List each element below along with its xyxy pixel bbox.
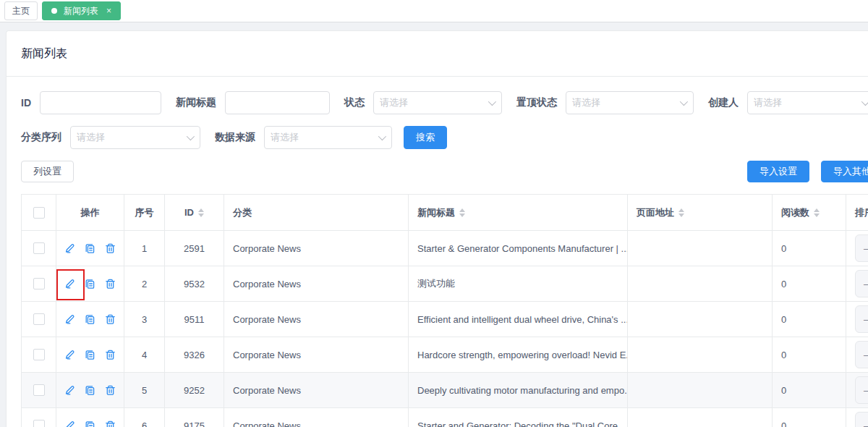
title-cell: Efficient and intelligent dual wheel dri… [409, 302, 628, 337]
url-cell [628, 373, 773, 408]
tab-home[interactable]: 主页 [4, 1, 38, 20]
sort-input[interactable]: — [855, 305, 868, 333]
sort-input[interactable]: — [855, 270, 868, 297]
pinned-status-filter: 置顶状态 请选择 [516, 91, 694, 114]
table-row: 2 9532 Corporate News 测试功能 0 — [22, 266, 868, 302]
data-source-select[interactable]: 请选择 [264, 126, 392, 149]
sort-dash: — [864, 385, 868, 396]
row-checkbox[interactable] [33, 242, 45, 254]
chevron-down-icon [861, 98, 868, 106]
id-cell: 9252 [165, 373, 224, 408]
sort-icon[interactable] [814, 208, 820, 217]
edit-icon[interactable] [64, 420, 76, 427]
sort-input[interactable]: — [855, 234, 868, 262]
copy-icon[interactable] [84, 242, 96, 255]
edit-icon[interactable] [64, 313, 76, 326]
reads-cell: 0 [773, 231, 846, 266]
sort-icon[interactable] [678, 208, 684, 217]
delete-icon[interactable] [104, 278, 116, 290]
column-settings-button[interactable]: 列设置 [21, 161, 74, 182]
copy-icon[interactable] [84, 349, 96, 361]
pinned-status-select[interactable]: 请选择 [566, 91, 694, 114]
row-checkbox[interactable] [33, 313, 45, 325]
seq-cell: 4 [124, 337, 165, 373]
delete-icon[interactable] [104, 313, 116, 326]
sort-icon[interactable] [459, 208, 465, 217]
copy-icon[interactable] [84, 420, 96, 427]
category-cell: Corporate News [224, 337, 409, 373]
tab-news-list[interactable]: 新闻列表 × [42, 1, 121, 20]
sort-input[interactable]: — [855, 376, 868, 404]
edit-icon[interactable] [64, 384, 76, 397]
table-row: 3 9511 Corporate News Efficient and inte… [22, 302, 868, 337]
col-page-url: 页面地址 [637, 206, 674, 219]
select-all-checkbox[interactable] [33, 207, 45, 219]
id-input[interactable] [40, 91, 161, 114]
news-title-label: 新闻标题 [176, 96, 216, 109]
edit-icon[interactable] [64, 349, 76, 361]
news-title-input[interactable] [225, 91, 330, 114]
category-seq-placeholder: 请选择 [77, 131, 105, 144]
status-select[interactable]: 请选择 [373, 91, 502, 114]
col-news-title: 新闻标题 [417, 206, 455, 219]
delete-icon[interactable] [104, 384, 116, 397]
delete-icon[interactable] [104, 349, 116, 361]
chevron-down-icon [680, 98, 688, 106]
news-table: 操作 序号 ID 分类 新闻标题 [21, 194, 854, 427]
copy-icon[interactable] [84, 278, 96, 290]
toolbar-right: 导入设置 导入其他系统 [747, 161, 868, 182]
row-checkbox[interactable] [33, 349, 45, 360]
sort-input[interactable]: — [855, 412, 868, 427]
status-label: 状态 [344, 96, 365, 109]
sort-dash: — [864, 243, 868, 254]
category-cell: Corporate News [224, 231, 409, 266]
tab-news-list-label: 新闻列表 [64, 5, 98, 17]
category-seq-select[interactable]: 请选择 [70, 126, 200, 149]
pinned-status-placeholder: 请选择 [572, 96, 600, 109]
active-dot-icon [51, 8, 57, 14]
category-seq-filter: 分类序列 请选择 [21, 126, 200, 149]
title-cell: Starter and Generator: Decoding the "Dua… [409, 408, 628, 427]
delete-icon[interactable] [104, 420, 116, 427]
id-cell: 2591 [165, 231, 224, 266]
reads-cell: 0 [773, 337, 846, 373]
delete-icon[interactable] [104, 242, 116, 255]
sort-dash: — [864, 279, 868, 289]
chevron-down-icon [488, 98, 496, 106]
status-filter: 状态 请选择 [344, 91, 502, 114]
creator-select[interactable]: 请选择 [747, 91, 868, 114]
import-other-system-button[interactable]: 导入其他系统 [821, 161, 868, 182]
search-button[interactable]: 搜索 [404, 126, 447, 149]
chevron-down-icon [187, 132, 195, 140]
close-icon[interactable]: × [106, 7, 111, 15]
col-sort: 排序 [855, 206, 868, 219]
copy-icon[interactable] [84, 313, 96, 326]
col-actions: 操作 [56, 195, 124, 231]
id-label: ID [21, 97, 31, 109]
seq-cell: 1 [124, 231, 165, 266]
data-source-label: 数据来源 [215, 131, 255, 144]
sort-input[interactable]: — [855, 341, 868, 368]
import-settings-button[interactable]: 导入设置 [747, 161, 809, 182]
id-cell: 9532 [165, 266, 224, 302]
row-checkbox[interactable] [33, 278, 45, 289]
url-cell [628, 337, 773, 373]
creator-placeholder: 请选择 [754, 96, 782, 109]
seq-cell: 6 [124, 408, 165, 427]
url-cell [628, 408, 773, 427]
page-title: 新闻列表 [21, 46, 854, 62]
category-cell: Corporate News [224, 302, 409, 337]
row-checkbox[interactable] [33, 384, 45, 396]
edit-icon-highlighted[interactable] [64, 278, 76, 290]
tab-bar: 主页 新闻列表 × [0, 0, 868, 22]
seq-cell: 2 [124, 266, 165, 302]
edit-icon[interactable] [64, 242, 76, 255]
data-source-placeholder: 请选择 [271, 131, 299, 144]
copy-icon[interactable] [84, 384, 96, 397]
row-checkbox[interactable] [33, 420, 45, 427]
sort-icon[interactable] [198, 208, 204, 217]
col-id: ID [184, 207, 194, 218]
col-reads: 阅读数 [781, 206, 809, 219]
url-cell [628, 231, 773, 266]
category-cell: Corporate News [224, 408, 409, 427]
